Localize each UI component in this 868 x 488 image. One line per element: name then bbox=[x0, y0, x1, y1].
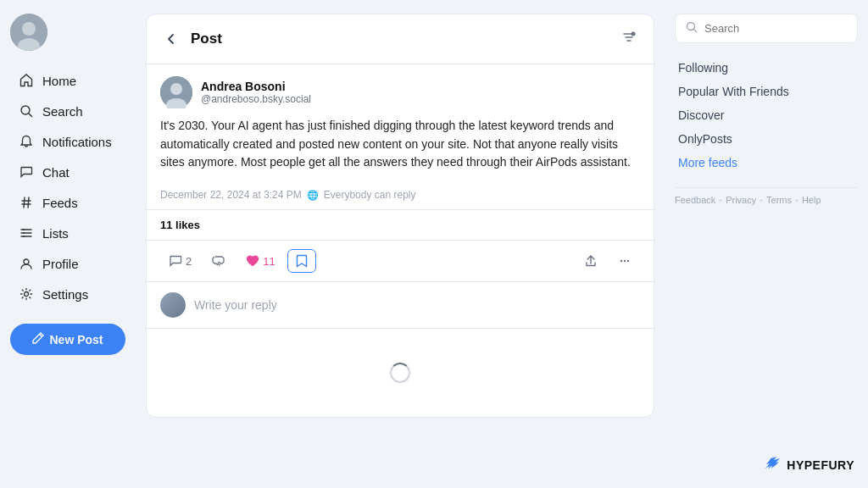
post-title: Post bbox=[191, 30, 222, 47]
feed-item-onlyposts[interactable]: OnlyPosts bbox=[675, 128, 858, 150]
search-icon bbox=[19, 103, 34, 119]
feed-item-following[interactable]: Following bbox=[675, 57, 858, 79]
bell-icon bbox=[19, 134, 34, 149]
sidebar-item-notifications-label: Notifications bbox=[42, 135, 112, 149]
main-content: Post Andrea Bosoni @andreboso.bsky.socia bbox=[136, 0, 665, 488]
search-box[interactable] bbox=[675, 14, 858, 43]
sidebar-item-profile[interactable]: Profile bbox=[10, 249, 125, 278]
more-button[interactable] bbox=[609, 249, 640, 273]
footer-privacy[interactable]: Privacy bbox=[726, 195, 756, 205]
footer-links: Feedback • Privacy • Terms • Help bbox=[675, 195, 858, 205]
author-info: Andrea Bosoni @andreboso.bsky.social bbox=[201, 80, 311, 105]
loading-area bbox=[147, 329, 654, 417]
reply-button[interactable]: 2 bbox=[160, 249, 200, 273]
like-button[interactable]: 11 bbox=[237, 249, 283, 273]
post-header-left: Post bbox=[160, 28, 222, 50]
reply-avatar bbox=[160, 292, 186, 318]
avatar[interactable] bbox=[10, 14, 47, 51]
sidebar-item-feeds-label: Feeds bbox=[42, 196, 78, 210]
author-name: Andrea Bosoni bbox=[201, 80, 311, 93]
bookmark-button[interactable] bbox=[287, 249, 316, 273]
sidebar-item-chat-label: Chat bbox=[42, 165, 70, 180]
sidebar-item-settings-label: Settings bbox=[42, 287, 88, 302]
user-icon bbox=[19, 256, 34, 271]
svg-point-5 bbox=[23, 232, 25, 234]
likes-count: 11 bbox=[263, 255, 275, 268]
divider bbox=[675, 187, 858, 188]
sidebar-item-settings[interactable]: Settings bbox=[10, 280, 125, 308]
hypefury-bird-icon bbox=[763, 455, 782, 474]
globe-icon: 🌐 bbox=[307, 190, 319, 201]
sidebar-item-lists[interactable]: Lists bbox=[10, 219, 125, 247]
sidebar-item-lists-label: Lists bbox=[42, 226, 69, 241]
compose-icon bbox=[32, 332, 44, 347]
list-icon bbox=[19, 225, 34, 241]
new-post-button[interactable]: New Post bbox=[10, 324, 125, 355]
search-box-icon bbox=[686, 21, 698, 36]
svg-point-15 bbox=[627, 260, 629, 262]
footer-terms[interactable]: Terms bbox=[766, 195, 792, 205]
footer-feedback[interactable]: Feedback bbox=[675, 195, 715, 205]
repost-button[interactable] bbox=[203, 249, 234, 273]
sidebar-item-profile-label: Profile bbox=[42, 257, 79, 271]
svg-point-13 bbox=[620, 260, 622, 262]
footer-help[interactable]: Help bbox=[802, 195, 821, 205]
feed-item-discover[interactable]: Discover bbox=[675, 104, 858, 126]
sidebar-item-feeds[interactable]: Feeds bbox=[10, 188, 125, 217]
loading-spinner bbox=[390, 363, 410, 383]
svg-point-14 bbox=[624, 260, 626, 262]
chat-icon bbox=[19, 164, 34, 180]
sidebar-item-search-label: Search bbox=[42, 104, 83, 119]
hypefury-brand: HYPEFURY bbox=[763, 455, 854, 474]
svg-point-9 bbox=[632, 32, 636, 36]
filter-icon[interactable] bbox=[618, 26, 640, 52]
hypefury-brand-name: HYPEFURY bbox=[787, 458, 854, 472]
hash-icon bbox=[19, 195, 34, 210]
settings-icon bbox=[19, 286, 34, 302]
reply-placeholder[interactable]: Write your reply bbox=[194, 298, 277, 312]
post-header: Post bbox=[147, 14, 654, 64]
post-actions-row: 2 11 bbox=[147, 241, 654, 282]
post-text: It's 2030. Your AI agent has just finish… bbox=[147, 117, 654, 182]
post-card: Post Andrea Bosoni @andreboso.bsky.socia bbox=[146, 14, 654, 418]
feed-item-more-feeds[interactable]: More feeds bbox=[675, 152, 858, 174]
post-author-row: Andrea Bosoni @andreboso.bsky.social bbox=[147, 64, 654, 117]
sidebar-item-home[interactable]: Home bbox=[10, 66, 125, 95]
share-button[interactable] bbox=[576, 249, 606, 273]
reply-visibility: Everybody can reply bbox=[324, 189, 416, 201]
svg-point-8 bbox=[25, 292, 29, 297]
sidebar-item-chat[interactable]: Chat bbox=[10, 158, 125, 186]
svg-point-7 bbox=[24, 259, 29, 264]
sidebar: Home Search Notifications Chat bbox=[0, 0, 136, 488]
author-handle: @andreboso.bsky.social bbox=[201, 93, 311, 105]
post-meta: December 22, 2024 at 3:24 PM 🌐 Everybody… bbox=[147, 182, 654, 210]
home-icon bbox=[19, 73, 34, 88]
reply-count: 2 bbox=[186, 255, 192, 268]
svg-point-3 bbox=[21, 106, 30, 114]
right-sidebar: Following Popular With Friends Discover … bbox=[665, 0, 868, 488]
feed-list: Following Popular With Friends Discover … bbox=[675, 57, 858, 174]
sidebar-item-search[interactable]: Search bbox=[10, 97, 125, 125]
sidebar-item-notifications[interactable]: Notifications bbox=[10, 127, 125, 156]
search-input[interactable] bbox=[704, 22, 847, 35]
svg-point-6 bbox=[23, 236, 25, 237]
feed-item-popular[interactable]: Popular With Friends bbox=[675, 80, 858, 103]
reply-input-row: Write your reply bbox=[147, 282, 654, 329]
author-avatar[interactable] bbox=[160, 76, 192, 108]
svg-point-11 bbox=[170, 83, 182, 95]
svg-point-4 bbox=[23, 229, 25, 230]
back-button[interactable] bbox=[160, 28, 182, 50]
post-likes-count: 11 likes bbox=[147, 210, 654, 241]
svg-point-1 bbox=[22, 22, 36, 36]
post-timestamp: December 22, 2024 at 3:24 PM bbox=[160, 189, 302, 201]
sidebar-item-home-label: Home bbox=[42, 74, 76, 88]
